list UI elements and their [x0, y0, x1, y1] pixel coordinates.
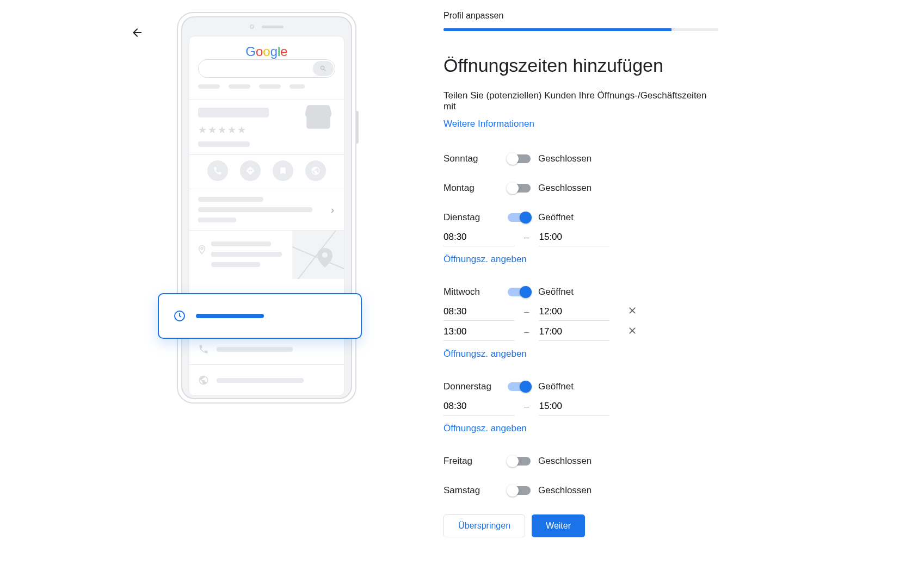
day-label: Samstag: [443, 485, 508, 496]
time-slot-row: –: [443, 323, 718, 341]
day-label: Donnerstag: [443, 381, 508, 392]
storefront-icon: [303, 101, 334, 135]
day-status: Geschlossen: [538, 183, 592, 194]
time-to-input[interactable]: [539, 323, 609, 341]
day-status: Geöffnet: [538, 381, 574, 392]
time-from-input[interactable]: [443, 323, 514, 341]
add-hours-link[interactable]: Öffnungsz. angeben: [443, 423, 527, 434]
day-block: DienstagGeöffnet–Öffnungsz. angeben: [443, 212, 718, 265]
remove-time-button[interactable]: [625, 303, 640, 321]
back-button[interactable]: [131, 26, 144, 39]
next-button[interactable]: Weiter: [532, 514, 585, 537]
day-label: Mittwoch: [443, 287, 508, 297]
chevron-right-icon: ›: [331, 204, 334, 216]
add-hours-link[interactable]: Öffnungsz. angeben: [443, 254, 527, 265]
day-status: Geschlossen: [538, 485, 592, 496]
time-separator: –: [524, 401, 529, 412]
clock-icon: [173, 309, 186, 322]
day-block: SonntagGeschlossen: [443, 153, 718, 164]
google-logo: Google: [245, 44, 287, 59]
time-slot-row: –: [443, 228, 718, 246]
day-status: Geschlossen: [538, 456, 592, 467]
bookmark-icon: [273, 160, 293, 181]
day-label: Sonntag: [443, 153, 508, 164]
time-to-input[interactable]: [539, 228, 609, 246]
phone-illustration: Google: [177, 12, 356, 409]
location-pin-icon: [197, 244, 207, 258]
time-separator: –: [524, 327, 529, 338]
map-icon: [292, 231, 344, 279]
day-block: SamstagGeschlossen: [443, 485, 718, 496]
day-toggle[interactable]: [508, 213, 531, 222]
time-from-input[interactable]: [443, 228, 514, 246]
page-subtitle: Teilen Sie (potenziellen) Kunden Ihre Öf…: [443, 90, 718, 112]
step-label: Profil anpassen: [443, 11, 718, 21]
hours-highlight-card: [158, 293, 362, 339]
time-slot-row: –: [443, 303, 718, 321]
time-to-input[interactable]: [539, 398, 609, 415]
day-block: FreitagGeschlossen: [443, 456, 718, 467]
day-label: Freitag: [443, 456, 508, 467]
skip-button[interactable]: Überspringen: [443, 514, 525, 537]
day-block: MittwochGeöffnet––Öffnungsz. angeben: [443, 287, 718, 359]
remove-time-button[interactable]: [625, 323, 640, 341]
add-hours-link[interactable]: Öffnungsz. angeben: [443, 349, 527, 359]
svg-point-4: [201, 247, 203, 250]
time-separator: –: [524, 307, 529, 318]
directions-icon: [240, 160, 261, 181]
time-separator: –: [524, 232, 529, 243]
day-toggle[interactable]: [508, 457, 531, 466]
day-toggle[interactable]: [508, 486, 531, 495]
more-info-link[interactable]: Weitere Informationen: [443, 119, 534, 129]
time-from-input[interactable]: [443, 398, 514, 415]
globe-icon: [198, 375, 209, 386]
phone-icon: [207, 160, 228, 181]
search-icon: [313, 61, 334, 76]
time-to-input[interactable]: [539, 303, 609, 321]
day-block: MontagGeschlossen: [443, 183, 718, 194]
day-status: Geschlossen: [538, 153, 592, 164]
day-label: Montag: [443, 183, 508, 194]
phone-outline-icon: [198, 344, 209, 355]
page-title: Öffnungszeiten hinzufügen: [443, 55, 718, 76]
day-block: DonnerstagGeöffnet–Öffnungsz. angeben: [443, 381, 718, 434]
day-toggle[interactable]: [508, 288, 531, 296]
svg-point-3: [322, 252, 328, 258]
day-status: Geöffnet: [538, 287, 574, 297]
day-toggle[interactable]: [508, 382, 531, 391]
day-label: Dienstag: [443, 212, 508, 223]
website-icon: [305, 160, 326, 181]
time-slot-row: –: [443, 398, 718, 415]
day-status: Geöffnet: [538, 212, 574, 223]
progress-bar: [443, 28, 718, 31]
time-from-input[interactable]: [443, 303, 514, 321]
day-toggle[interactable]: [508, 154, 531, 163]
day-toggle[interactable]: [508, 184, 531, 193]
